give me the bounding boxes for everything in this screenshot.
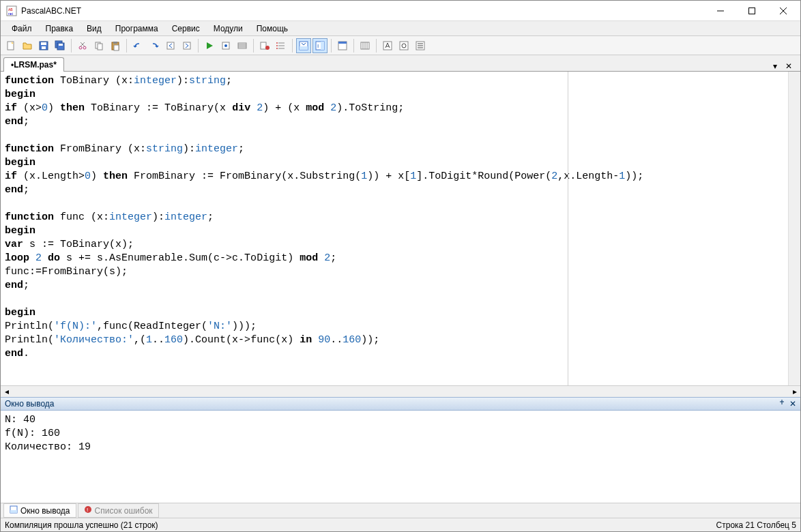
- svg-rect-31: [261, 42, 266, 49]
- svg-point-36: [276, 42, 278, 44]
- svg-point-32: [265, 46, 270, 50]
- vertical-scrollbar[interactable]: [788, 72, 800, 385]
- svg-rect-40: [300, 46, 308, 50]
- tab-dropdown-button[interactable]: ▾: [770, 61, 780, 71]
- svg-rect-22: [114, 45, 119, 50]
- undo-button[interactable]: [130, 38, 145, 53]
- menu-правка[interactable]: Правка: [39, 23, 81, 35]
- svg-text:I: I: [317, 43, 319, 49]
- bottom-tab-label: Окно вывода: [20, 506, 70, 516]
- tool-c-button[interactable]: [413, 38, 428, 53]
- copy-button[interactable]: [91, 38, 106, 53]
- svg-rect-21: [113, 42, 117, 44]
- save-all-button[interactable]: [53, 38, 68, 53]
- document-tab-bar: •LRSM.pas* ▾ ✕: [1, 55, 800, 72]
- toolbar: I: [1, 36, 800, 55]
- menu-вид[interactable]: Вид: [80, 23, 108, 35]
- svg-rect-23: [167, 42, 174, 49]
- step-button[interactable]: [218, 38, 233, 53]
- split-divider[interactable]: [568, 72, 568, 385]
- menu-модули[interactable]: Модули: [207, 23, 250, 35]
- svg-point-37: [276, 45, 278, 46]
- open-file-button[interactable]: [20, 38, 35, 53]
- bottom-tab-errors[interactable]: !Список ошибок: [78, 503, 159, 518]
- menu-файл[interactable]: Файл: [5, 23, 39, 35]
- new-file-button[interactable]: [3, 38, 18, 53]
- svg-rect-51: [400, 42, 408, 50]
- svg-rect-13: [59, 44, 63, 46]
- options-button[interactable]: [358, 38, 373, 53]
- svg-rect-10: [42, 46, 46, 49]
- document-tab[interactable]: •LRSM.pas*: [3, 57, 64, 72]
- status-cursor-position: Строка 21 Столбец 5: [716, 520, 796, 530]
- svg-point-14: [79, 46, 82, 49]
- menu-программа[interactable]: Программа: [108, 23, 165, 35]
- title-bar: ABnet PascalABC.NET: [1, 1, 800, 21]
- scroll-right-icon[interactable]: ▸: [789, 386, 800, 398]
- window-title: PascalABC.NET: [21, 6, 705, 16]
- tab-close-button[interactable]: ✕: [783, 61, 795, 71]
- menu-bar: ФайлПравкаВидПрограммаСервисМодулиПомощь: [1, 21, 800, 36]
- errors-icon: !: [84, 505, 92, 516]
- break-list-button[interactable]: [274, 38, 289, 53]
- menu-помощь[interactable]: Помощь: [250, 23, 295, 35]
- maximize-button[interactable]: [736, 1, 768, 20]
- svg-point-38: [276, 48, 278, 49]
- pin-icon[interactable]: [778, 399, 785, 409]
- menu-сервис[interactable]: Сервис: [165, 23, 207, 35]
- svg-rect-58: [10, 510, 17, 513]
- svg-rect-19: [98, 44, 102, 50]
- svg-rect-4: [749, 8, 755, 14]
- compile-button[interactable]: [235, 38, 250, 53]
- svg-rect-9: [41, 42, 46, 45]
- status-compile-message: Компиляция прошла успешно (21 строк): [5, 520, 158, 530]
- output-icon: [10, 505, 18, 516]
- panel-output-toggle[interactable]: [296, 38, 311, 53]
- svg-point-26: [224, 44, 227, 47]
- tool-a-button[interactable]: [380, 38, 395, 53]
- output-text[interactable]: N: 40 f(N): 160 Количество: 19: [1, 411, 800, 503]
- break-toggle-button[interactable]: [257, 38, 272, 53]
- svg-rect-24: [184, 42, 190, 49]
- run-button[interactable]: [202, 38, 217, 53]
- svg-point-15: [83, 46, 86, 49]
- paste-button[interactable]: [108, 38, 123, 53]
- status-bar: Компиляция прошла успешно (21 строк) Стр…: [1, 518, 800, 531]
- svg-rect-45: [338, 42, 347, 44]
- output-panel-title: Окно вывода: [5, 399, 55, 409]
- output-panel-header: Окно вывода ✕: [1, 397, 800, 411]
- save-file-button[interactable]: [36, 38, 51, 53]
- code-editor[interactable]: function ToBinary (x:integer):string;beg…: [1, 72, 788, 385]
- minimize-button[interactable]: [705, 1, 736, 20]
- scroll-left-icon[interactable]: ◂: [1, 386, 12, 398]
- svg-text:!: !: [87, 507, 88, 513]
- app-icon: ABnet: [6, 5, 17, 16]
- svg-rect-42: [321, 42, 324, 50]
- form-designer-button[interactable]: [335, 38, 350, 53]
- tool-b-button[interactable]: [396, 38, 411, 53]
- nav-forward-button[interactable]: [179, 38, 194, 53]
- bottom-tab-label: Список ошибок: [95, 506, 153, 516]
- nav-back-button[interactable]: [163, 38, 178, 53]
- bottom-tab-bar: Окно вывода!Список ошибок: [1, 503, 800, 518]
- svg-text:net: net: [8, 12, 14, 16]
- panel-close-icon[interactable]: ✕: [789, 399, 796, 409]
- horizontal-scrollbar[interactable]: ◂ ▸: [1, 385, 800, 397]
- editor-area: function ToBinary (x:integer):string;beg…: [1, 72, 800, 385]
- close-button[interactable]: [768, 1, 799, 20]
- bottom-tab-output[interactable]: Окно вывода: [3, 503, 76, 518]
- redo-button[interactable]: [147, 38, 162, 53]
- cut-button[interactable]: [75, 38, 90, 53]
- panel-side-toggle[interactable]: I: [312, 38, 327, 53]
